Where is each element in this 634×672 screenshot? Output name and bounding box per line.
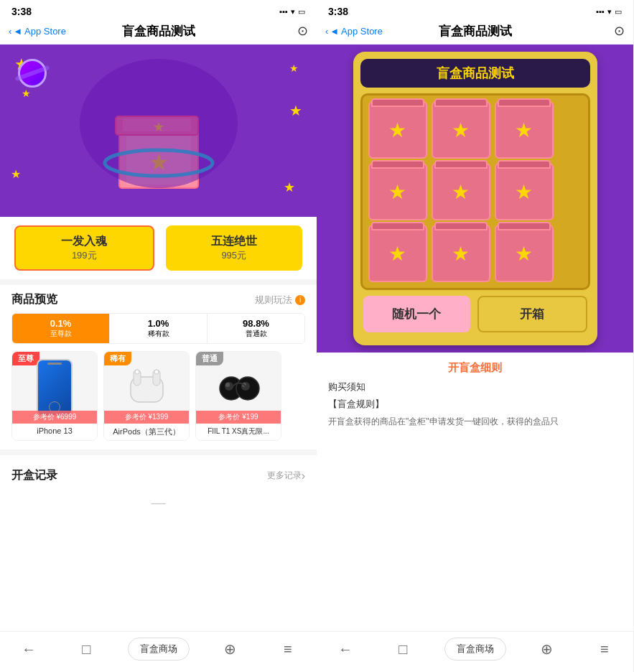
vm-box-lid-9 bbox=[498, 222, 551, 230]
back-label-left: ◄ App Store bbox=[13, 26, 66, 37]
prob-tab-supreme[interactable]: 0.1% 至尊款 bbox=[12, 314, 110, 343]
left-phone-screen: 3:38 ▪▪▪ ▾ ▭ ‹ ◄ App Store 盲盒商品测试 ⊙ ★ ★ … bbox=[0, 0, 317, 672]
iphone-name: iPhone 13 bbox=[12, 424, 97, 438]
svg-point-14 bbox=[225, 383, 230, 387]
square-icon: □ bbox=[82, 641, 90, 658]
menu-icon-right: ≡ bbox=[600, 641, 609, 658]
tab-mic-right[interactable]: ⊕ bbox=[518, 640, 576, 658]
multi-purchase-label: 五连绝世 bbox=[172, 234, 297, 249]
rules-subtitle: 购买须知 bbox=[328, 381, 622, 393]
badge-normal: 普通 bbox=[196, 352, 223, 365]
page-title-left: 盲盒商品测试 bbox=[122, 23, 195, 39]
svg-point-11 bbox=[154, 370, 159, 374]
record-more-link[interactable]: 更多记录 bbox=[267, 470, 305, 482]
back-button-left[interactable]: ‹ ◄ App Store bbox=[9, 26, 66, 37]
rules-link-text[interactable]: 【盲盒规则】 bbox=[328, 398, 622, 411]
vm-open-button[interactable]: 开箱 bbox=[477, 296, 587, 332]
vm-box-3[interactable]: ★ bbox=[495, 101, 554, 159]
tab-mic-left[interactable]: ⊕ bbox=[202, 640, 259, 658]
vm-box-lid-4 bbox=[371, 160, 424, 169]
product-card-earbuds[interactable]: 普通 参考价 ¥199 FIIL T1 bbox=[195, 351, 281, 441]
product-preview-section: 商品预览 规则玩法 i 0.1% 至尊款 1.0% 稀有款 98.8% 普通款 bbox=[0, 285, 317, 449]
vm-box-star-8: ★ bbox=[452, 242, 470, 266]
badge-supreme: 至尊 bbox=[12, 352, 39, 365]
tab-menu-left[interactable]: ≡ bbox=[259, 641, 317, 658]
vm-box-lid-7 bbox=[371, 222, 424, 230]
prob-tab-normal[interactable]: 98.8% 普通款 bbox=[208, 314, 304, 343]
page-title-right: 盲盒商品测试 bbox=[439, 23, 512, 39]
iphone-image bbox=[37, 359, 73, 416]
rules-section: 开盲盒细则 购买须知 【盲盒规则】 开盲盒获得的商品在"盒柜"申请发货一键回收，… bbox=[317, 353, 633, 631]
probability-tabs: 0.1% 至尊款 1.0% 稀有款 98.8% 普通款 bbox=[11, 313, 305, 344]
back-chevron-left: ‹ bbox=[9, 26, 11, 37]
vm-box-1[interactable]: ★ bbox=[368, 101, 427, 159]
btn-multi-purchase[interactable]: 五连绝世 995元 bbox=[166, 225, 303, 271]
settings-icon-left[interactable]: ⊙ bbox=[297, 23, 308, 39]
product-preview-header: 商品预览 规则玩法 i bbox=[11, 292, 305, 307]
open-record-section: 开盒记录 更多记录 — bbox=[0, 461, 317, 524]
status-time-right: 3:38 bbox=[328, 6, 348, 17]
divider-2 bbox=[0, 449, 317, 455]
vm-box-star-5: ★ bbox=[452, 180, 470, 204]
rules-title: 开盲盒细则 bbox=[328, 361, 622, 375]
tab-square-right[interactable]: □ bbox=[374, 641, 432, 658]
tab-square-left[interactable]: □ bbox=[57, 641, 115, 658]
tab-center-right[interactable]: 盲盒商场 bbox=[432, 638, 518, 661]
vm-box-star-1: ★ bbox=[388, 118, 406, 142]
tab-back-left[interactable]: ← bbox=[0, 641, 57, 658]
product-card-iphone[interactable]: 至尊 参考价 ¥6999 iPhone 13 bbox=[11, 351, 98, 441]
vm-box-2[interactable]: ★ bbox=[432, 101, 490, 159]
battery-icon-right: ▭ bbox=[615, 7, 622, 17]
airpods-name: AirPods（第三代） bbox=[104, 424, 189, 440]
badge-rare: 稀有 bbox=[104, 352, 131, 365]
rules-link[interactable]: 规则玩法 i bbox=[255, 294, 305, 307]
vm-row-2: ★ ★ ★ bbox=[368, 163, 582, 220]
chevron-right-icon bbox=[302, 470, 305, 482]
btn-single-purchase[interactable]: 一发入魂 199元 bbox=[14, 225, 154, 271]
settings-icon-right[interactable]: ⊙ bbox=[614, 23, 625, 39]
blind-box-market-btn-right[interactable]: 盲盒商场 bbox=[444, 638, 506, 661]
status-bar-left: 3:38 ▪▪▪ ▾ ▭ bbox=[0, 0, 317, 20]
rules-text: 开盲盒获得的商品在"盒柜"申请发货一键回收，获得的盒品只 bbox=[328, 415, 622, 429]
vm-box-6[interactable]: ★ bbox=[495, 163, 554, 220]
record-header: 开盒记录 更多记录 bbox=[11, 468, 305, 483]
vm-box-8[interactable]: ★ bbox=[432, 225, 490, 282]
record-placeholder: — bbox=[11, 489, 305, 517]
blind-box-market-btn-left[interactable]: 盲盒商场 bbox=[128, 638, 190, 661]
vm-box-5[interactable]: ★ bbox=[432, 163, 490, 220]
product-card-airpods[interactable]: 稀有 参考价 ¥1399 AirPods（第三代） bbox=[103, 351, 190, 441]
star-deco-3: ★ bbox=[289, 62, 299, 74]
vm-row-3: ★ ★ ★ bbox=[368, 225, 582, 282]
battery-icon: ▭ bbox=[298, 7, 305, 17]
vm-action-buttons: 随机一个 开箱 bbox=[360, 290, 590, 338]
tab-center-left[interactable]: 盲盒商场 bbox=[115, 638, 201, 661]
iphone-notch bbox=[47, 363, 62, 365]
vm-box-star-7: ★ bbox=[388, 242, 406, 266]
tab-menu-right[interactable]: ≡ bbox=[576, 641, 633, 658]
vending-machine: 盲盒商品测试 ★ ★ ★ bbox=[353, 52, 597, 345]
vm-title-bar: 盲盒商品测试 bbox=[360, 59, 590, 88]
vm-random-button[interactable]: 随机一个 bbox=[363, 296, 470, 332]
normal-pct: 98.8% bbox=[210, 318, 302, 329]
rare-pct: 1.0% bbox=[113, 318, 204, 329]
rules-label: 规则玩法 bbox=[255, 294, 292, 307]
rare-name: 稀有款 bbox=[113, 329, 204, 339]
back-button-right[interactable]: ‹ ◄ App Store bbox=[325, 26, 383, 37]
multi-purchase-price: 995元 bbox=[172, 249, 297, 262]
airpods-svg bbox=[123, 366, 170, 409]
vm-box-9[interactable]: ★ bbox=[495, 225, 554, 282]
prob-tab-rare[interactable]: 1.0% 稀有款 bbox=[110, 314, 208, 343]
vm-box-star-3: ★ bbox=[515, 118, 533, 142]
signal-icon: ▪▪▪ bbox=[279, 7, 288, 16]
right-phone-screen: 3:38 ▪▪▪ ▾ ▭ ‹ ◄ App Store 盲盒商品测试 ⊙ 盲盒商品… bbox=[317, 0, 633, 672]
planet-deco bbox=[18, 59, 47, 88]
tab-bar-left: ← □ 盲盒商场 ⊕ ≡ bbox=[0, 631, 317, 672]
wifi-icon: ▾ bbox=[291, 7, 295, 17]
vm-box-lid-2 bbox=[434, 98, 488, 107]
vm-box-4[interactable]: ★ bbox=[368, 163, 427, 220]
mic-icon-right: ⊕ bbox=[541, 640, 553, 658]
vm-title-text: 盲盒商品测试 bbox=[437, 66, 514, 80]
vm-box-7[interactable]: ★ bbox=[368, 225, 427, 282]
tab-back-right[interactable]: ← bbox=[317, 641, 374, 658]
nav-bar-left: ‹ ◄ App Store 盲盒商品测试 ⊙ bbox=[0, 20, 317, 45]
